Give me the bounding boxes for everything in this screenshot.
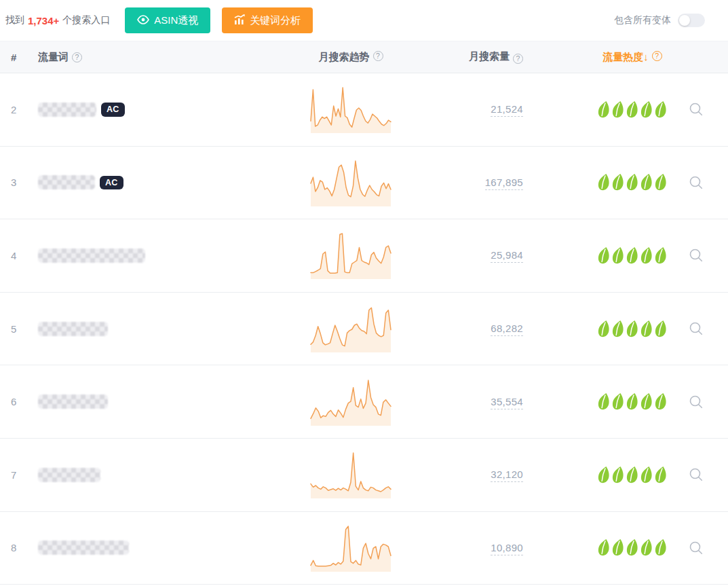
table-row: 6 35,554: [0, 365, 728, 439]
leaf-icon: [626, 392, 638, 411]
results-count-text: 找到 1,734+ 个搜索入口: [5, 14, 110, 26]
search-volume[interactable]: 21,524: [491, 103, 523, 117]
keyword-help-icon[interactable]: ?: [72, 52, 82, 62]
leaf-icon: [598, 538, 610, 557]
table-body: 2 AC 21,524: [0, 73, 728, 585]
leaf-icon: [655, 320, 667, 338]
search-icon[interactable]: [689, 175, 704, 190]
leaf-icon: [598, 246, 610, 265]
row-index: 3: [0, 177, 30, 188]
bar-chart-icon: [234, 14, 245, 26]
search-volume[interactable]: 32,120: [491, 469, 523, 482]
trend-cell: [283, 231, 419, 280]
heat-cell: [534, 466, 683, 484]
trend-cell: [283, 450, 419, 499]
variants-toggle[interactable]: [678, 14, 705, 27]
heat-cell: [534, 320, 683, 338]
leaf-icon: [655, 100, 667, 119]
heat-cell: [534, 100, 683, 119]
toolbar: 找到 1,734+ 个搜索入口 ASIN透视 关键词分析 包含所有变体: [0, 0, 728, 41]
search-volume[interactable]: 10,890: [491, 542, 523, 555]
trend-sparkline: [310, 304, 391, 353]
keyword-cell[interactable]: [30, 395, 283, 409]
leaf-icon: [640, 392, 653, 411]
trend-sparkline: [310, 231, 391, 280]
trend-sparkline: [310, 378, 391, 426]
leaf-icon: [640, 246, 653, 265]
leaf-icon: [612, 392, 624, 411]
header-trend: 月搜索趋势 ?: [283, 51, 419, 64]
search-volume[interactable]: 35,554: [491, 396, 523, 409]
ac-badge: AC: [100, 176, 123, 190]
search-volume[interactable]: 68,282: [491, 323, 523, 336]
leaf-icon: [598, 466, 610, 484]
leaf-icon: [612, 466, 624, 484]
row-index: 5: [0, 323, 30, 335]
leaf-icon: [640, 538, 653, 557]
search-volume[interactable]: 25,984: [491, 249, 523, 263]
trend-cell: [283, 158, 419, 207]
leaf-icon: [626, 100, 638, 119]
heat-leaves: [598, 173, 667, 191]
found-suffix: 个搜索入口: [62, 14, 110, 26]
search-icon[interactable]: [689, 467, 704, 482]
search-icon[interactable]: [689, 321, 704, 336]
keyword-blurred-text: [38, 322, 108, 336]
keyword-cell[interactable]: AC: [30, 103, 283, 117]
trend-sparkline: [310, 85, 391, 134]
keyword-blurred-text: [38, 395, 108, 409]
leaf-icon: [626, 173, 638, 191]
row-index: 8: [0, 542, 30, 553]
heat-leaves: [598, 466, 667, 484]
heat-leaves: [598, 392, 667, 411]
keyword-cell[interactable]: [30, 541, 283, 555]
table-row: 5 68,282: [0, 293, 728, 366]
trend-help-icon[interactable]: ?: [373, 51, 383, 61]
variants-toggle-label: 包含所有变体: [614, 14, 671, 26]
header-keyword: 流量词 ?: [30, 51, 283, 64]
header-volume: 月搜索量?: [419, 50, 534, 64]
table-row: 3 AC 167,895: [0, 147, 728, 220]
search-icon[interactable]: [689, 102, 704, 117]
keyword-cell[interactable]: [30, 249, 283, 263]
row-index: 2: [0, 104, 30, 115]
sparkline-area: [311, 526, 391, 572]
leaf-icon: [598, 392, 610, 411]
toggle-knob: [679, 15, 690, 26]
leaf-icon: [598, 173, 610, 191]
trend-sparkline: [310, 524, 391, 572]
search-icon[interactable]: [689, 395, 704, 409]
asin-perspective-button[interactable]: ASIN透视: [125, 7, 210, 33]
heat-cell: [534, 173, 683, 191]
header-index: #: [0, 52, 30, 63]
table-header: # 流量词 ? 月搜索趋势 ? 月搜索量? 流量热度 ↓ ?: [0, 41, 728, 73]
search-icon[interactable]: [689, 248, 704, 263]
keyword-cell[interactable]: [30, 322, 283, 336]
keyword-cell[interactable]: [30, 468, 283, 482]
keyword-analysis-button[interactable]: 关键词分析: [222, 7, 313, 33]
heat-leaves: [598, 538, 667, 557]
leaf-icon: [626, 538, 638, 557]
search-volume[interactable]: 167,895: [485, 177, 523, 190]
search-icon[interactable]: [689, 541, 704, 555]
leaf-icon: [655, 173, 667, 191]
keyword-blurred-text: [38, 175, 95, 189]
leaf-icon: [598, 100, 610, 119]
header-heat-sort[interactable]: 流量热度 ↓ ?: [534, 51, 683, 64]
trend-cell: [283, 304, 419, 353]
leaf-icon: [640, 100, 653, 119]
volume-help-icon[interactable]: ?: [513, 54, 523, 64]
trend-cell: [283, 524, 419, 572]
ac-badge: AC: [101, 103, 125, 117]
leaf-icon: [640, 173, 653, 191]
header-trend-label: 月搜索趋势: [319, 51, 370, 64]
leaf-icon: [612, 246, 624, 265]
keyword-cell[interactable]: AC: [30, 175, 283, 189]
heat-cell: [534, 392, 683, 411]
leaf-icon: [612, 538, 624, 557]
header-volume-label: 月搜索量: [469, 50, 510, 62]
volume-cell: 35,554: [419, 396, 534, 408]
found-count: 1,734+: [28, 15, 59, 26]
row-index: 4: [0, 250, 30, 261]
heat-help-icon[interactable]: ?: [652, 51, 662, 61]
